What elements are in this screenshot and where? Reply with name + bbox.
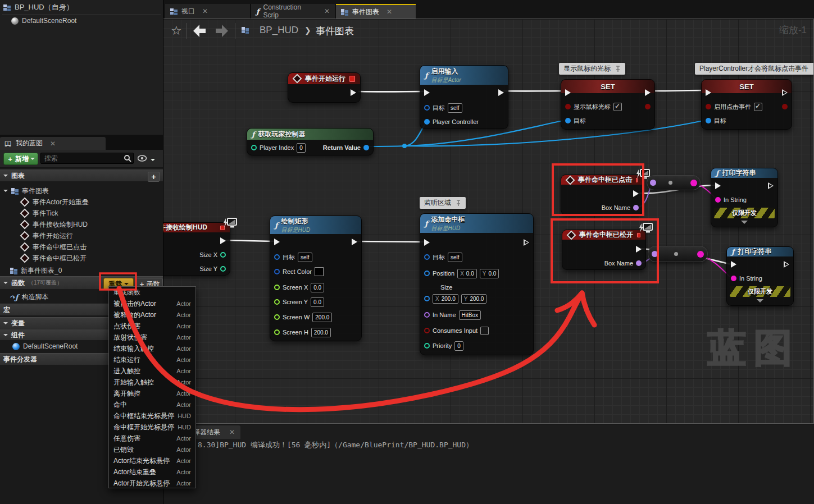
tab-my-blueprint[interactable]: 🕮 我的蓝图 ✕ [0, 137, 106, 150]
menu-item[interactable]: 命中Actor [109, 399, 195, 410]
add-new-button[interactable]: ＋ 新增 [3, 153, 38, 165]
node-draw-rect[interactable]: ƒ 绘制矩形 目标是HUD 目标 self Rect Color Screen … [270, 216, 362, 341]
tab-viewport[interactable]: 视口 ✕ [165, 4, 251, 19]
string-out-pin[interactable] [697, 251, 704, 258]
exec-in-pin[interactable] [715, 180, 721, 191]
menu-item[interactable]: 结束输入触控Actor [109, 343, 195, 354]
pin-icon[interactable] [615, 66, 621, 72]
size-pin[interactable]: X200.0 Y200.0 [424, 293, 486, 304]
pin-value[interactable]: 0.0 [311, 297, 324, 307]
eye-filter-icon[interactable] [138, 155, 147, 162]
exec-out-pin[interactable] [784, 259, 789, 270]
name-in-pin[interactable] [650, 180, 656, 186]
exec-in-pin[interactable] [706, 87, 711, 98]
in-string-pin[interactable]: In String [731, 273, 762, 284]
exec-in-pin[interactable] [731, 259, 736, 270]
tree-item-event-graph[interactable]: 事件图表 [3, 185, 49, 196]
tree-item-event[interactable]: 事件命中框已松开 [20, 253, 87, 264]
tree-item-default-scene-root[interactable]: DefaultSceneRoot [12, 341, 78, 352]
exec-out-pin[interactable] [636, 244, 642, 255]
forward-arrow-icon[interactable] [215, 24, 229, 38]
exec-out-pin[interactable] [524, 237, 529, 248]
bool-prop-pin[interactable]: 显示鼠标光标 [565, 101, 622, 112]
pin-value[interactable]: 0 [454, 341, 463, 351]
node-print-string[interactable]: ƒ 打印字符串 In String 仅限开发 [726, 246, 794, 306]
close-icon[interactable]: ✕ [50, 140, 56, 148]
event-graph-canvas[interactable]: ☆ BP_HUD ❯ 事件图表 缩放-1 蓝图 显示鼠标的光标 PlayerCo… [163, 19, 814, 424]
exec-out-pin[interactable] [768, 180, 774, 191]
screen-h-pin[interactable]: Screen H 200.0 [274, 327, 331, 338]
breadcrumb-root[interactable]: BP_HUD [260, 25, 298, 36]
bool-out-pin[interactable] [645, 101, 651, 112]
add-graph-button[interactable]: ＋ [148, 172, 160, 182]
screen-y-pin[interactable]: Screen Y 0.0 [274, 296, 324, 308]
menu-item[interactable]: 被点击的ActorActor [109, 298, 195, 309]
position-pin[interactable]: Position X0.0 Y0.0 [424, 268, 499, 279]
comment-bubble[interactable]: 显示鼠标的光标 [559, 63, 625, 75]
menu-item[interactable]: 点状伤害Actor [109, 320, 195, 332]
pin-value-x[interactable]: X200.0 [433, 294, 458, 304]
exec-in-pin[interactable] [274, 236, 280, 248]
consumes-input-pin[interactable]: Consumes Input [424, 325, 489, 336]
checkbox-unchecked[interactable] [480, 327, 489, 335]
section-graphs[interactable]: 图表 ＋ [0, 169, 163, 182]
back-arrow-icon[interactable] [192, 24, 207, 38]
node-event-hitbox-released[interactable]: 事件命中框已松开 Box Name [562, 230, 646, 270]
tree-item-event[interactable]: 事件Tick [20, 208, 58, 219]
checkbox-checked[interactable] [613, 103, 622, 111]
screen-w-pin[interactable]: Screen W 200.0 [274, 311, 332, 323]
exec-out-pin[interactable] [352, 236, 357, 248]
chevron-down-icon[interactable] [151, 159, 155, 163]
menu-item[interactable]: 开始输入触控Actor [109, 377, 195, 388]
node-set-show-mouse-cursor[interactable]: SET 显示鼠标光标 目标 [561, 79, 655, 130]
in-string-pin[interactable]: In String [715, 194, 747, 205]
tree-item-new-graph[interactable]: 新事件图表_0 [10, 265, 62, 276]
string-out-pin[interactable] [690, 180, 697, 186]
bool-prop-pin[interactable]: 启用点击事件 [706, 101, 762, 112]
target-pin[interactable]: 目标 self [424, 251, 462, 263]
pin-icon[interactable] [456, 200, 461, 207]
bool-out-pin[interactable] [782, 101, 788, 112]
name-to-string-node[interactable] [648, 246, 708, 262]
menu-item[interactable]: 已销毁Actor [109, 444, 195, 455]
node-event-hitbox-clicked[interactable]: 事件命中框已点击 Box Name [561, 175, 643, 215]
player-controller-pin[interactable]: Player Controller [424, 116, 479, 127]
exec-out-pin[interactable] [220, 235, 226, 246]
pin-value[interactable]: self [298, 253, 312, 262]
menu-item[interactable]: Actor开始光标悬停Actor [109, 478, 195, 489]
expand-node-icon[interactable] [741, 221, 748, 227]
exec-in-pin[interactable] [424, 237, 430, 248]
node-set-enable-click-events[interactable]: SET 启用点击事件 目标 [701, 79, 792, 130]
target-pin[interactable]: 目标 self [274, 251, 312, 263]
target-pin[interactable]: 目标 [706, 115, 726, 126]
tree-item-event[interactable]: 事件命中框已点击 [20, 241, 87, 253]
blueprint-self-row[interactable]: BP_HUD（自身） [3, 2, 74, 12]
tab-construction-script[interactable]: ƒ Construction Scrip ✕ [251, 4, 335, 19]
expand-node-icon[interactable] [757, 299, 763, 306]
node-add-hitbox[interactable]: ƒ 添加命中框 目标是HUD 目标 self Position X0.0 Y0.… [420, 213, 534, 355]
node-event-receive-draw-hud[interactable]: 事件接收绘制HUD Size X Size Y [163, 222, 230, 276]
menu-item[interactable]: 离开触控Actor [109, 388, 195, 399]
node-event-begin-play[interactable]: 事件开始运行 [288, 72, 361, 103]
favorite-star-icon[interactable]: ☆ [171, 24, 182, 38]
name-in-pin[interactable] [652, 251, 658, 257]
pin-value-x[interactable]: X0.0 [457, 269, 477, 278]
target-pin[interactable]: 目标 self [424, 102, 462, 113]
node-enable-input[interactable]: ƒ 启用输入 目标是Actor 目标 self Player Controlle… [420, 65, 508, 129]
tree-item-event[interactable]: 事件开始运行 [20, 230, 73, 241]
comment-bubble[interactable]: PlayerController才会将鼠标点击事件 [695, 63, 814, 75]
pin-value[interactable]: 0 [297, 143, 306, 153]
pin-value[interactable]: 200.0 [311, 328, 331, 337]
player-index-pin[interactable]: Player Index 0 [251, 142, 306, 153]
size-y-pin[interactable]: Size Y [199, 263, 226, 274]
menu-item[interactable]: 任意伤害Actor [109, 433, 195, 444]
component-tree-root[interactable]: DefaultSceneRoot [11, 15, 76, 26]
color-swatch[interactable] [315, 267, 324, 276]
node-get-player-controller[interactable]: ƒ 获取玩家控制器 Player Index 0 Return Value [247, 128, 374, 155]
menu-item[interactable]: 放射状伤害Actor [109, 332, 195, 343]
tab-event-graph[interactable]: 事件图表 ✕ [336, 4, 416, 19]
pin-value[interactable]: self [448, 253, 462, 262]
target-pin[interactable]: 目标 [565, 115, 586, 126]
node-print-string[interactable]: ƒ 打印字符串 In String 仅限开发 [711, 168, 778, 227]
rect-color-pin[interactable]: Rect Color [274, 266, 324, 277]
